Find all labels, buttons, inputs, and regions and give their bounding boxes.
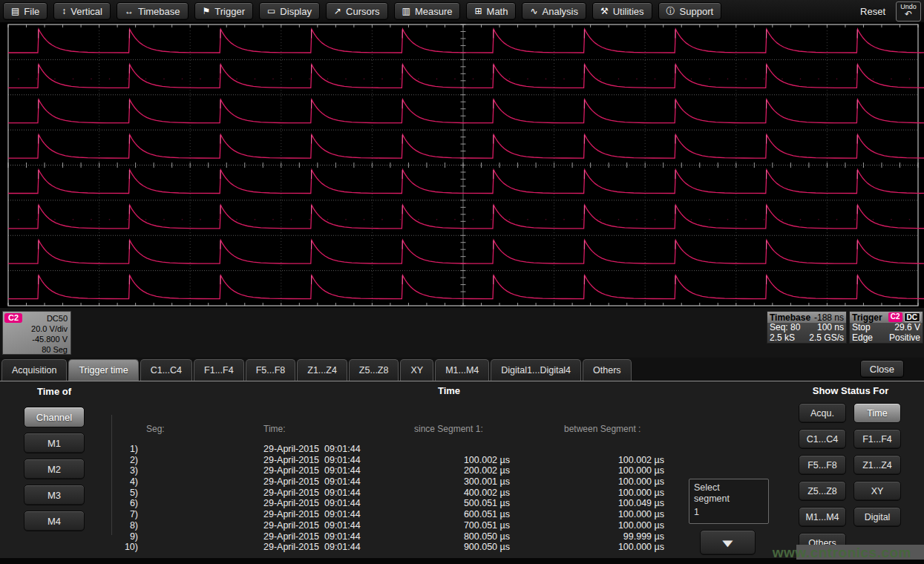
cell-seg: 2) [104, 455, 138, 466]
tab-f1-f4[interactable]: F1...F4 [194, 359, 244, 381]
tab-f5-f8[interactable]: F5...F8 [246, 359, 296, 381]
menu-timebase-button[interactable]: ↔Timebase [117, 2, 189, 20]
tab-xy[interactable]: XY [400, 359, 433, 381]
menu-bar: ▤File↕Vertical↔Timebase⚑Trigger▭Display↗… [0, 0, 924, 22]
menu-label: Analysis [543, 6, 578, 17]
status-f1-f4-button[interactable]: F1...F4 [853, 429, 901, 449]
menu-file-button[interactable]: ▤File [3, 2, 47, 20]
reset-button[interactable]: Reset [860, 6, 890, 17]
timebase-per-div: 100 ns [817, 323, 844, 333]
cell-time: 29-April-2015 09:01:44 [263, 455, 361, 466]
tab-z5-z8[interactable]: Z5...Z8 [349, 359, 399, 381]
cell-time: 29-April-2015 09:01:44 [263, 465, 361, 476]
status-xy-button[interactable]: XY [853, 481, 901, 501]
table-row: 6)29-April-2015 09:01:44500.051 µs100.04… [0, 498, 689, 509]
menu-label: Measure [415, 6, 453, 17]
time-of-channel-button[interactable]: Channel [24, 407, 85, 427]
dialog-tab-bar: AcquisitionTrigger timeC1...C4F1...F4F5.… [0, 358, 924, 381]
vertical-icon: ↕ [62, 6, 66, 16]
status-f5-f8-button[interactable]: F5...F8 [799, 455, 846, 475]
channel-badge: C2 [4, 313, 22, 323]
tab-c1-c4[interactable]: C1...C4 [140, 359, 192, 381]
segment-down-button[interactable]: ▼ [700, 530, 756, 555]
menu-label: File [24, 6, 39, 17]
cell-time: 29-April-2015 09:01:44 [263, 488, 361, 499]
cell-seg: 8) [104, 520, 138, 531]
menu-math-button[interactable]: ⊞Math [466, 2, 516, 20]
show-status-buttons: Acqu.TimeC1...C4F1...F4F5...F8Z1...Z4Z5.… [799, 403, 902, 553]
display-icon: ▭ [267, 6, 275, 16]
analysis-icon: ∿ [530, 6, 537, 16]
tab-others[interactable]: Others [583, 359, 632, 381]
close-button[interactable]: Close [860, 360, 904, 378]
trigger-slope: Positive [889, 333, 920, 344]
trigger-mode: Stop [852, 323, 871, 333]
timebase-delay: -188 ns [814, 312, 844, 323]
cell-since: 900.050 µs [356, 542, 510, 553]
tab-trigger-time[interactable]: Trigger time [68, 359, 138, 381]
menu-label: Math [487, 6, 508, 17]
file-icon: ▤ [11, 6, 19, 16]
cell-between: 100.000 µs [512, 542, 664, 553]
cell-since: 400.002 µs [356, 488, 510, 499]
status-acqu-button[interactable]: Acqu. [799, 403, 846, 423]
channel-offset: -45.800 V [4, 334, 68, 344]
menu-utilities-button[interactable]: ⚒Utilities [592, 2, 652, 20]
table-row: 2)29-April-2015 09:01:44100.002 µs100.00… [0, 455, 689, 466]
cell-since: 300.001 µs [356, 476, 510, 488]
cell-between: 100.049 µs [512, 498, 664, 509]
status-time-button[interactable]: Time [853, 403, 901, 423]
menu-measure-button[interactable]: ▥Measure [394, 2, 461, 20]
time-of-title: Time of [24, 386, 85, 397]
tab-m1-m4[interactable]: M1...M4 [435, 359, 489, 381]
channel-scale: 20.0 V/div [4, 324, 68, 334]
cell-seg: 6) [104, 498, 138, 509]
table-row: 1)29-April-2015 09:01:44 [0, 444, 689, 455]
header-time: Time: [263, 424, 286, 434]
cell-between: 100.000 µs [512, 476, 664, 488]
menu-display-button[interactable]: ▭Display [259, 2, 320, 20]
status-digital-button[interactable]: Digital [853, 507, 901, 527]
tab-z1-z4[interactable]: Z1...Z4 [297, 359, 347, 381]
trigger-descriptor[interactable]: Trigger C2 DC Stop 29.6 V Edge Positive [849, 311, 923, 344]
menu-label: Vertical [71, 6, 102, 17]
cell-time: 29-April-2015 09:01:44 [263, 498, 361, 509]
cell-seg: 4) [104, 476, 138, 488]
status-z5-z8-button[interactable]: Z5...Z8 [799, 481, 846, 501]
cell-seg: 9) [104, 531, 138, 542]
cell-since: 800.050 µs [356, 531, 510, 542]
cell-between: 100.000 µs [512, 465, 664, 476]
tab-acquisition[interactable]: Acquisition [1, 359, 67, 381]
cell-seg: 1) [104, 444, 138, 455]
menu-vertical-button[interactable]: ↕Vertical [53, 2, 111, 20]
menu-cursors-button[interactable]: ↗Cursors [326, 2, 388, 20]
menu-label: Utilities [613, 6, 644, 17]
status-z1-z4-button[interactable]: Z1...Z4 [853, 455, 901, 475]
menu-support-button[interactable]: ⓘSupport [658, 2, 722, 20]
channel-segments: 80 Seg [4, 344, 68, 355]
channel-coupling: DC50 [47, 314, 68, 323]
waveform-display[interactable] [0, 22, 924, 308]
status-c1-c4-button[interactable]: C1...C4 [799, 429, 846, 449]
timebase-rate: 2.5 GS/s [809, 333, 844, 344]
header-since-segment: since Segment 1: [414, 424, 483, 434]
select-segment-box[interactable]: Select segment 1 [689, 479, 769, 524]
timebase-descriptor[interactable]: Timebase -188 ns Seq: 80 100 ns 2.5 kS 2… [767, 311, 847, 344]
menu-trigger-button[interactable]: ⚑Trigger [194, 2, 253, 20]
select-segment-label2: segment [694, 494, 730, 504]
cell-seg: 3) [104, 465, 138, 476]
timebase-samples: 2.5 kS [770, 333, 795, 344]
undo-button[interactable]: Undo ↶ [896, 1, 921, 22]
cell-seg: 10) [104, 542, 138, 553]
status-m1-m4-button[interactable]: M1...M4 [799, 507, 846, 527]
channel-c2-descriptor[interactable]: C2 DC50 20.0 V/div -45.800 V 80 Seg [2, 311, 71, 355]
trigger-title: Trigger [852, 312, 882, 323]
menu-label: Display [280, 6, 312, 17]
cell-time: 29-April-2015 09:01:44 [263, 531, 361, 542]
cell-since: 200.002 µs [356, 465, 510, 476]
tab-digital1-digital4[interactable]: Digital1...Digital4 [491, 359, 581, 381]
menu-analysis-button[interactable]: ∿Analysis [522, 2, 586, 20]
table-row: 8)29-April-2015 09:01:44700.051 µs100.00… [0, 520, 689, 531]
table-row: 10)29-April-2015 09:01:44900.050 µs100.0… [0, 542, 689, 553]
oscilloscope-screen: ▤File↕Vertical↔Timebase⚑Trigger▭Display↗… [0, 0, 924, 564]
